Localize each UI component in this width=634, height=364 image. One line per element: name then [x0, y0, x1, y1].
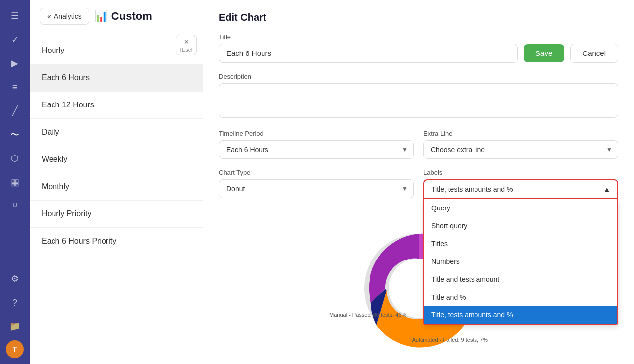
chart-type-select-wrapper: Donut ▼ [219, 179, 414, 198]
chart-icon: 📊 [94, 10, 107, 23]
labels-dropdown-list: Query Short query Titles Numbers Title a… [423, 199, 618, 325]
menu-icon[interactable]: ☰ [5, 6, 25, 26]
analytics-icon[interactable]: 〜 [5, 125, 25, 145]
title-row: Save Cancel [219, 44, 618, 63]
description-textarea[interactable] [219, 83, 618, 118]
title-label: Title [219, 33, 618, 41]
close-x-icon: ✕ [184, 38, 189, 46]
sidebar-item-each6hours[interactable]: Each 6 Hours [30, 64, 203, 92]
sidebar-item-hourly-priority[interactable]: Hourly Priority [30, 201, 203, 228]
chart-type-select[interactable]: Donut [219, 179, 414, 198]
labels-dropdown-arrow-icon: ▲ [603, 185, 610, 193]
play-icon[interactable]: ▶ [5, 53, 25, 73]
extra-line-group: Extra Line Choose extra line ▼ [423, 130, 618, 159]
sidebar-header: « Analytics 📊 Custom [30, 0, 203, 33]
help-icon[interactable]: ? [5, 293, 25, 312]
back-chevron-icon: « [47, 12, 51, 20]
cancel-button[interactable]: Cancel [570, 44, 618, 63]
sidebar-item-monthly[interactable]: Monthly [30, 173, 203, 201]
fork-icon[interactable]: ⑂ [5, 196, 25, 216]
extra-line-label: Extra Line [423, 130, 618, 137]
dropdown-item-title-percent[interactable]: Title and % [424, 288, 617, 306]
labels-group: Labels Title, tests amounts and % ▲ Quer… [423, 169, 618, 199]
timeline-label: Timeline Period [219, 130, 414, 137]
dropdown-item-title-tests-percent[interactable]: Title, tests amounts and % [424, 306, 617, 324]
chart-labels-row: Chart Type Donut ▼ Labels Title, tests a… [219, 169, 618, 199]
labels-selected-value: Title, tests amounts and % [431, 185, 513, 193]
chart-type-label: Chart Type [219, 169, 414, 176]
analytics-back-button[interactable]: « Analytics [40, 8, 89, 25]
labels-dropdown-wrapper: Title, tests amounts and % ▲ Query Short… [423, 179, 618, 199]
title-input[interactable] [219, 44, 518, 63]
page-title: Edit Chart [219, 12, 618, 23]
close-button[interactable]: ✕ [Esc] [176, 35, 197, 55]
sidebar-item-daily[interactable]: Daily [30, 119, 203, 146]
extra-line-select-wrapper: Choose extra line ▼ [423, 140, 618, 159]
dropdown-item-title-tests-amount[interactable]: Title and tests amount [424, 270, 617, 288]
save-button[interactable]: Save [524, 44, 564, 62]
custom-title: 📊 Custom [94, 10, 152, 23]
timeline-select-wrapper: Each 6 Hours ▼ [219, 140, 414, 159]
settings-icon[interactable]: ⚙ [5, 269, 25, 289]
check-icon[interactable]: ✓ [5, 30, 25, 50]
export-icon[interactable]: ⬡ [5, 149, 25, 168]
sidebar-item-weekly[interactable]: Weekly [30, 146, 203, 173]
description-label: Description [219, 73, 618, 80]
sidebar-list: Hourly Each 6 Hours Each 12 Hours Daily … [30, 33, 203, 364]
chart-type-group: Chart Type Donut ▼ [219, 169, 414, 199]
avatar[interactable]: T [6, 340, 24, 358]
chart-bar-icon[interactable]: ▦ [5, 172, 25, 192]
sidebar-item-each6hours-priority[interactable]: Each 6 Hours Priority [30, 228, 203, 255]
analytics-back-label: Analytics [54, 12, 82, 20]
nav-rail: ☰ ✓ ▶ ≡ ╱ 〜 ⬡ ▦ ⑂ ⚙ ? 📁 T [0, 0, 30, 364]
labels-label: Labels [423, 169, 618, 176]
main-content: Edit Chart Title Save Cancel Description… [203, 0, 634, 364]
trending-icon[interactable]: ╱ [5, 101, 25, 121]
timeline-group: Timeline Period Each 6 Hours ▼ [219, 130, 414, 159]
dropdown-item-short-query[interactable]: Short query [424, 217, 617, 235]
timeline-select[interactable]: Each 6 Hours [219, 140, 414, 159]
chart-label-passed-manual: Manual - Passed: 60 tests, 46% [329, 312, 406, 318]
folder-icon[interactable]: 📁 [5, 316, 25, 336]
sidebar-item-each12hours[interactable]: Each 12 Hours [30, 92, 203, 119]
sidebar: « Analytics 📊 Custom ✕ [Esc] Hourly Each… [30, 0, 203, 364]
labels-dropdown-trigger[interactable]: Title, tests amounts and % ▲ [423, 179, 618, 199]
dropdown-item-titles[interactable]: Titles [424, 235, 617, 253]
close-shortcut: [Esc] [180, 47, 192, 52]
extra-line-select[interactable]: Choose extra line [423, 140, 618, 159]
dropdown-item-query[interactable]: Query [424, 199, 617, 217]
description-group: Description [219, 73, 618, 120]
chart-label-failed-automated: Automated - Failed: 9 tests, 7% [412, 337, 488, 343]
dropdown-item-numbers[interactable]: Numbers [424, 253, 617, 270]
list-icon[interactable]: ≡ [5, 77, 25, 97]
timeline-extra-row: Timeline Period Each 6 Hours ▼ Extra Lin… [219, 130, 618, 159]
